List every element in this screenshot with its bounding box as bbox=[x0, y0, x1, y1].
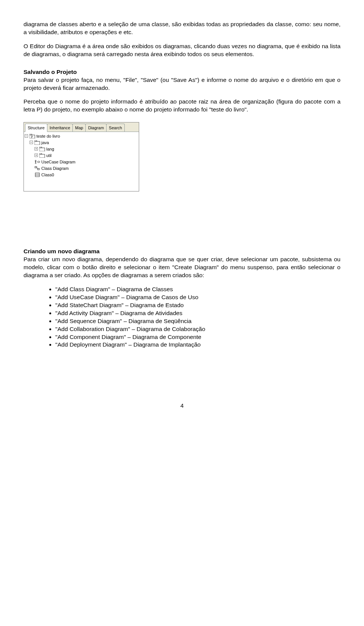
svg-rect-6 bbox=[39, 148, 45, 151]
tree-node-label: lang bbox=[46, 146, 54, 152]
collapse-icon[interactable]: − bbox=[30, 141, 33, 144]
tab-search[interactable]: Search bbox=[106, 124, 125, 132]
class-icon bbox=[35, 172, 40, 177]
list-item: "Add Collaboration Diagram" – Diagrama d… bbox=[55, 325, 340, 333]
usecase-diagram-icon bbox=[35, 159, 40, 164]
package-p-icon: P bbox=[30, 133, 35, 138]
tree-node-classdiagram[interactable]: Class Diagram bbox=[25, 165, 139, 171]
tree-node-util[interactable]: + util bbox=[25, 152, 139, 158]
tree-node-label: teste do livro bbox=[36, 133, 60, 139]
tree-node-class[interactable]: Class0 bbox=[25, 171, 139, 178]
structure-panel: Structure Inheritance Map Diagram Search… bbox=[24, 122, 139, 191]
class-diagram-icon bbox=[35, 166, 40, 171]
paragraph-editor: O Editor do Diagrama é a área onde são e… bbox=[24, 42, 340, 58]
list-item: "Add Deployment Diagram" – Diagrama de I… bbox=[55, 341, 340, 349]
list-item: "Add UseCase Diagram" – Diagrama de Caso… bbox=[55, 293, 340, 301]
paragraph-intro: diagrama de classes aberto e a seleção d… bbox=[24, 20, 340, 36]
tree-node-label: java bbox=[41, 140, 49, 146]
paragraph-create: Para criar um novo diagrama, dependendo … bbox=[24, 256, 340, 278]
svg-rect-5 bbox=[39, 147, 42, 148]
svg-point-14 bbox=[38, 161, 40, 163]
svg-line-19 bbox=[37, 167, 38, 169]
list-item: "Add Sequence Diagram" – Diagrama de Seq… bbox=[55, 317, 340, 325]
tree-node-java[interactable]: − java bbox=[25, 139, 139, 146]
svg-line-12 bbox=[35, 163, 36, 164]
package-icon bbox=[39, 146, 45, 151]
section-title-save: Salvando o Projeto bbox=[24, 69, 77, 75]
package-icon bbox=[35, 140, 40, 145]
svg-rect-0 bbox=[30, 134, 32, 135]
svg-rect-20 bbox=[35, 173, 39, 177]
tree-node-label: UseCase Diagram bbox=[41, 159, 75, 165]
svg-rect-3 bbox=[35, 140, 37, 141]
list-item: "Add Component Diagram" – Diagrama de Co… bbox=[55, 333, 340, 341]
section-title-create: Criando um novo diagrama bbox=[24, 248, 100, 254]
svg-rect-8 bbox=[39, 154, 45, 158]
svg-rect-15 bbox=[35, 166, 37, 168]
list-item: "Add Activity Diagram" – Diagrama de Ati… bbox=[55, 309, 340, 317]
tree-node-lang[interactable]: + lang bbox=[25, 146, 139, 152]
tree-node-root[interactable]: − P teste do livro bbox=[25, 133, 139, 139]
package-icon bbox=[39, 153, 45, 158]
tree-node-label: Class Diagram bbox=[41, 165, 69, 171]
tab-diagram[interactable]: Diagram bbox=[85, 124, 107, 132]
svg-rect-4 bbox=[35, 141, 40, 145]
list-item: "Add StateChart Diagram" – Diagrama de E… bbox=[55, 301, 340, 309]
tree-node-label: Class0 bbox=[41, 172, 54, 178]
tree-node-usecase[interactable]: UseCase Diagram bbox=[25, 158, 139, 165]
expand-icon[interactable]: + bbox=[35, 154, 38, 157]
diagram-options-list: "Add Class Diagram" – Diagrama de Classe… bbox=[24, 286, 340, 349]
tab-map[interactable]: Map bbox=[72, 124, 86, 132]
list-item: "Add Class Diagram" – Diagrama de Classe… bbox=[55, 286, 340, 293]
collapse-icon[interactable]: − bbox=[25, 134, 28, 138]
paragraph-save-2: Perceba que o nome do projeto informado … bbox=[24, 98, 340, 114]
tab-structure[interactable]: Structure bbox=[25, 124, 47, 132]
tabs-row: Structure Inheritance Map Diagram Search bbox=[24, 122, 139, 132]
svg-point-9 bbox=[35, 160, 36, 161]
tree-body: − P teste do livro − java + lang + bbox=[24, 132, 139, 191]
svg-rect-17 bbox=[38, 168, 39, 170]
expand-icon[interactable]: + bbox=[35, 147, 38, 151]
tree-node-label: util bbox=[46, 152, 52, 158]
svg-rect-7 bbox=[39, 153, 42, 154]
svg-line-13 bbox=[36, 163, 36, 164]
page-number: 4 bbox=[24, 402, 340, 410]
svg-text:P: P bbox=[31, 135, 33, 138]
paragraph-save-1: Para salvar o projeto faça, no menu, "Fi… bbox=[24, 77, 340, 91]
tab-inheritance[interactable]: Inheritance bbox=[47, 124, 73, 132]
